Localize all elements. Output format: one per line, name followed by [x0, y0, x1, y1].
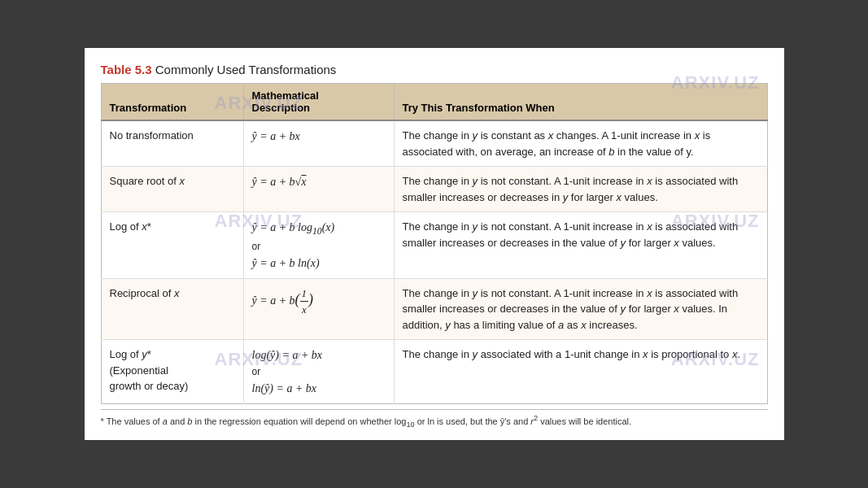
- math-formula-5: log(ŷ) = a + bx or ln(ŷ) = a + bx: [243, 340, 394, 404]
- transform-name-3: Log of x*: [101, 212, 243, 279]
- description-2: The change in y is not constant. A 1-uni…: [394, 167, 767, 212]
- math-formula-1: ŷ = a + bx: [243, 120, 394, 167]
- header-math-description: Mathematical Description: [243, 84, 394, 121]
- header-transformation: Transformation: [101, 84, 243, 121]
- table-row: Reciprocal of x ŷ = a + b(1x) The change…: [101, 278, 767, 340]
- page-container: ARXIV.UZ ARXIV.UZ ARXIV.UZ ARXIV.UZ ARXI…: [85, 48, 784, 440]
- description-5: The change in y associated with a 1-unit…: [394, 340, 767, 404]
- math-formula-3: ŷ = a + b log10(x) or ŷ = a + b ln(x): [243, 212, 394, 279]
- description-4: The change in y is not constant. A 1-uni…: [394, 278, 767, 340]
- header-try-when: Try This Transformation When: [394, 84, 767, 121]
- table-header-row: Transformation Mathematical Description …: [101, 84, 767, 121]
- table-row: Log of y*(Exponentialgrowth or decay) lo…: [101, 340, 767, 404]
- table-title: Table 5.3 Commonly Used Transformations: [101, 63, 768, 76]
- transformations-table: Transformation Mathematical Description …: [101, 83, 768, 404]
- transform-name-4: Reciprocal of x: [101, 278, 243, 340]
- table-row: No transformation ŷ = a + bx The change …: [101, 120, 767, 167]
- table-footnote: * The values of a and b in the regressio…: [101, 409, 768, 429]
- transform-name-2: Square root of x: [101, 167, 243, 212]
- description-3: The change in y is not constant. A 1-uni…: [394, 212, 767, 279]
- description-1: The change in y is constant as x changes…: [394, 120, 767, 167]
- transform-name-5: Log of y*(Exponentialgrowth or decay): [101, 340, 243, 404]
- math-formula-4: ŷ = a + b(1x): [243, 278, 394, 340]
- math-formula-2: ŷ = a + b√x: [243, 167, 394, 212]
- transform-name-1: No transformation: [101, 120, 243, 167]
- table-number: Table 5.3: [101, 63, 152, 76]
- table-name: Commonly Used Transformations: [155, 63, 337, 76]
- table-row: Square root of x ŷ = a + b√x The change …: [101, 167, 767, 212]
- table-row: Log of x* ŷ = a + b log10(x) or ŷ = a + …: [101, 212, 767, 279]
